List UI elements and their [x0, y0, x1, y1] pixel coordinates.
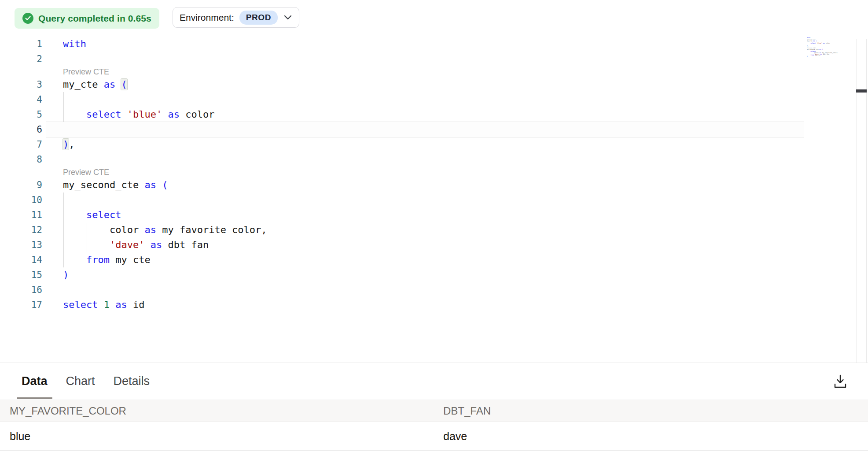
- code-token: from: [86, 254, 110, 265]
- code-token: 1: [104, 299, 110, 310]
- code-token: select: [86, 109, 121, 120]
- tab-details[interactable]: Details: [109, 363, 155, 400]
- code-token: [110, 299, 115, 310]
- code-token: [63, 239, 110, 250]
- preview-cte-button[interactable]: Preview CTE: [63, 167, 109, 178]
- query-status-text: Query completed in 0.65s: [38, 13, 151, 24]
- preview-cte-button[interactable]: Preview CTE: [63, 67, 109, 77]
- line-number: 8: [0, 152, 42, 167]
- environment-selector[interactable]: Environment: PROD: [173, 7, 299, 28]
- editor-minimap[interactable]: with Preview CTEmy_cte as ( select 'blue…: [807, 37, 838, 58]
- line-number: 14: [0, 252, 42, 267]
- code-token: color: [63, 224, 144, 235]
- line-number: 16: [0, 282, 42, 297]
- code-token: ,: [69, 139, 74, 150]
- code-line[interactable]: 'dave' as dbt_fan: [63, 237, 209, 252]
- code-token: my_favorite_color,: [156, 224, 267, 235]
- code-token: select: [86, 209, 121, 220]
- code-line[interactable]: my_second_cte as (: [63, 178, 168, 193]
- table-cell: dave: [434, 430, 868, 443]
- line-number: 5: [0, 107, 42, 122]
- code-token: dbt_fan: [162, 239, 209, 250]
- success-check-icon: [22, 13, 33, 24]
- result-table-header: MY_FAVORITE_COLORDBT_FAN: [0, 400, 868, 422]
- line-number: 15: [0, 267, 42, 282]
- scrollbar-thumb[interactable]: [856, 89, 867, 93]
- tab-data[interactable]: Data: [17, 363, 52, 400]
- code-line[interactable]: select: [63, 207, 121, 222]
- table-row[interactable]: bluedave: [0, 422, 868, 451]
- code-token: [156, 179, 162, 190]
- line-number: 4: [0, 92, 42, 107]
- code-line[interactable]: ): [63, 267, 69, 282]
- active-line-highlight: [46, 122, 804, 137]
- line-number: 9: [0, 178, 42, 193]
- code-token: select: [63, 299, 98, 310]
- line-number: 1: [0, 37, 42, 52]
- column-header: MY_FAVORITE_COLOR: [0, 405, 434, 417]
- line-number: 3: [0, 77, 42, 92]
- column-header: DBT_FAN: [434, 405, 868, 417]
- line-number: 11: [0, 207, 42, 222]
- matched-bracket: (: [121, 79, 127, 90]
- line-number: 2: [0, 52, 42, 67]
- query-status-badge: Query completed in 0.65s: [15, 8, 159, 29]
- code-token: [98, 299, 103, 310]
- code-token: as: [144, 224, 156, 235]
- code-line[interactable]: select 1 as id: [63, 297, 144, 312]
- code-token: as: [151, 239, 162, 250]
- code-token: as: [115, 299, 127, 310]
- environment-value-pill: PROD: [239, 11, 278, 25]
- tab-chart[interactable]: Chart: [61, 363, 100, 400]
- line-number: 6: [0, 122, 42, 137]
- line-number: 10: [0, 193, 42, 207]
- code-token: color: [180, 109, 214, 120]
- code-line[interactable]: with: [63, 37, 86, 52]
- code-token: [63, 254, 86, 265]
- code-token: as: [168, 109, 180, 120]
- code-token: 'dave': [110, 239, 144, 250]
- download-icon: [834, 374, 847, 389]
- chevron-down-icon: [284, 15, 292, 20]
- code-token: my_cte: [63, 79, 104, 90]
- code-token: [63, 209, 86, 220]
- code-token: [144, 239, 150, 250]
- results-panel: DataChartDetails MY_FAVORITE_COLORDBT_FA…: [0, 363, 868, 452]
- code-token: [162, 109, 168, 120]
- results-tabbar: DataChartDetails: [0, 363, 868, 400]
- indent-guide: [87, 222, 87, 252]
- code-token: my_cte: [110, 254, 151, 265]
- line-number: 17: [0, 297, 42, 312]
- code-line[interactable]: ),: [63, 137, 75, 152]
- code-token: id: [127, 299, 145, 310]
- code-line[interactable]: color as my_favorite_color,: [63, 222, 267, 237]
- tabs-host: DataChartDetails: [17, 363, 163, 400]
- query-editor-page: Query completed in 0.65s Environment: PR…: [0, 0, 868, 452]
- scrollbar-track: [856, 39, 857, 363]
- code-token: [121, 109, 127, 120]
- line-number: 13: [0, 237, 42, 252]
- result-table-body: bluedave: [0, 422, 868, 451]
- code-token: as: [144, 179, 156, 190]
- table-cell: blue: [0, 430, 434, 443]
- code-line[interactable]: my_cte as (: [63, 77, 127, 92]
- line-number: 7: [0, 137, 42, 152]
- code-token: 'blue': [127, 109, 162, 120]
- code-line[interactable]: from my_cte: [63, 252, 151, 267]
- code-token: [115, 79, 121, 90]
- download-button[interactable]: [832, 373, 849, 390]
- code-line[interactable]: select 'blue' as color: [63, 107, 214, 122]
- line-number: 12: [0, 222, 42, 237]
- matched-bracket: ): [63, 139, 69, 150]
- code-token: with: [63, 38, 86, 49]
- code-token: [63, 109, 86, 120]
- indent-guide: [63, 193, 64, 267]
- environment-label: Environment:: [180, 12, 234, 23]
- indent-guide: [63, 92, 64, 122]
- code-token: my_second_cte: [63, 179, 144, 190]
- code-token: (: [162, 179, 168, 190]
- code-token: ): [63, 269, 69, 280]
- code-token: as: [104, 79, 116, 90]
- sql-code-editor[interactable]: 1with2Preview CTE3my_cte as (45 select '…: [0, 29, 868, 363]
